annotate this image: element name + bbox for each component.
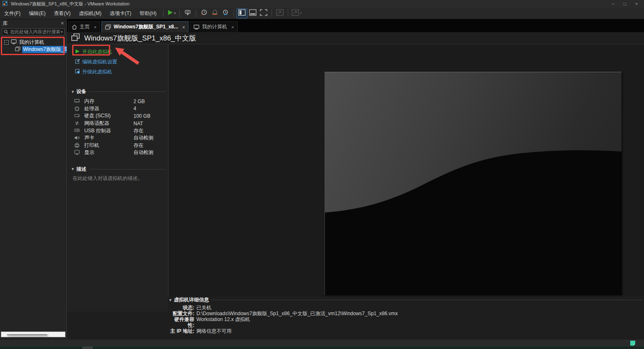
tab-close-icon[interactable]: × [94, 25, 96, 30]
device-row-usb-controller[interactable]: USB 控制器 存在 [74, 127, 168, 134]
close-button[interactable]: × [631, 0, 642, 8]
tab-vm-active[interactable]: Windows7旗舰版_SP1_x8... × [101, 21, 189, 32]
tab-close-icon[interactable]: × [182, 25, 185, 30]
toolbar-separator [196, 10, 196, 17]
tree-expander-icon[interactable]: − [4, 40, 9, 45]
toolbar-separator [179, 10, 180, 17]
device-row-sound-card[interactable]: 声卡 自动检测 [74, 134, 168, 142]
section-rule [211, 300, 642, 300]
snapshot-manager-icon [222, 9, 229, 18]
device-name: 声卡 [84, 134, 94, 142]
window-title: Windows7旗舰版_SP1_x86_中文版 - VMware Worksta… [11, 1, 130, 7]
show-thumbnail-bar-button[interactable] [247, 8, 258, 18]
tree-item-vm[interactable]: Windows7旗舰版_SP1_ [0, 46, 66, 53]
unity-button[interactable] [274, 8, 285, 18]
menu-edit[interactable]: 编辑(E) [25, 8, 50, 19]
detail-value: Workstation 12.x 虚拟机 [196, 317, 250, 328]
tree-item-my-computer[interactable]: − 我的计算机 [0, 39, 66, 46]
library-sidebar: 库 × 在此处键入内容进行搜索 ▾ − 我的计算机 Windows7旗舰 [0, 19, 67, 339]
home-icon [72, 25, 77, 30]
maximize-button[interactable]: □ [619, 0, 631, 8]
device-value: NAT [133, 121, 143, 126]
hard-disk-icon [74, 113, 80, 119]
chevron-down-icon[interactable]: ▾ [174, 11, 176, 15]
ctrl-alt-del-button[interactable] [182, 8, 193, 18]
upgrade-vm-label: 升级此虚拟机 [82, 68, 112, 76]
detail-row-ip: 主 IP 地址: 网络信息不可用 [169, 329, 642, 334]
device-value: 4 [133, 106, 136, 111]
menu-toolbar: 文件(F) 编辑(E) 查看(V) 虚拟机(M) 选项卡(T) 帮助(H) ▾ [0, 8, 644, 19]
snapshot-revert-icon [211, 9, 218, 18]
device-row-network-adapter[interactable]: 网络适配器 NAT [74, 120, 168, 127]
detail-label: 硬件兼容性: [169, 317, 194, 328]
fit-guest-icon [292, 9, 299, 18]
vmware-logo-icon [3, 0, 8, 8]
take-snapshot-button[interactable] [199, 8, 209, 18]
tab-label: 主页 [80, 23, 90, 30]
collapse-arrow-icon[interactable]: ▼ [71, 167, 75, 171]
vm-header: Windows7旗舰版_SP1_x86_中文版 [67, 32, 644, 44]
tab-label: Windows7旗舰版_SP1_x8... [113, 23, 178, 30]
toolbar-separator [163, 10, 164, 17]
minimize-button[interactable]: − [607, 0, 619, 8]
vm-preview-area [169, 44, 644, 296]
details-section-header[interactable]: ▼ 虚拟机详细信息 [169, 296, 642, 303]
description-section-header[interactable]: ▼ 描述 [71, 166, 166, 173]
edit-settings-label: 编辑虚拟机设置 [82, 58, 117, 66]
edit-settings-command[interactable]: 编辑虚拟机设置 [75, 58, 168, 66]
fit-guest-button[interactable]: ▾ [291, 8, 302, 18]
chevron-down-icon[interactable]: ▾ [300, 11, 302, 15]
detail-row-config-file: 配置文件: D:\Downloads\Windows7旗舰版_Sp1_x86_中… [169, 311, 642, 317]
toolbar-separator [234, 10, 234, 17]
menu-view[interactable]: 查看(V) [50, 8, 75, 19]
description-header-label: 描述 [76, 166, 86, 173]
snapshot-manager-button[interactable] [220, 8, 231, 18]
tab-close-icon[interactable]: × [231, 25, 234, 30]
status-bar [0, 339, 644, 346]
detail-label: 配置文件: [169, 311, 194, 317]
tab-home[interactable]: 主页 × [68, 21, 100, 32]
upgrade-vm-command[interactable]: 升级此虚拟机 [75, 68, 168, 76]
device-row-memory[interactable]: 内存 2 GB [74, 98, 168, 105]
computer-icon [11, 39, 17, 46]
vm-screen-thumbnail[interactable] [325, 72, 621, 295]
tree-item-label: 我的计算机 [19, 39, 44, 46]
scrollbar-thumb[interactable] [7, 334, 47, 335]
detail-value: 已关机 [196, 305, 211, 311]
collapse-arrow-icon[interactable]: ▼ [169, 298, 172, 302]
vm-details-section: ▼ 虚拟机详细信息 状态: 已关机 配置文件: D:\Downloads\Win… [169, 296, 642, 334]
power-on-label: 开启此虚拟机 [82, 48, 112, 56]
device-name: USB 控制器 [84, 127, 111, 134]
search-filter-caret-icon[interactable]: ▾ [61, 30, 63, 34]
devices-header-label: 设备 [76, 88, 86, 95]
library-search-input[interactable]: 在此处键入内容进行搜索 ▾ [2, 28, 65, 35]
device-row-hard-disk[interactable]: 硬盘 (SCSI) 100 GB [74, 112, 168, 120]
device-row-printer[interactable]: 打印机 存在 [74, 142, 168, 149]
menu-help[interactable]: 帮助(H) [136, 8, 161, 19]
detail-value: 网络信息不可用 [196, 329, 231, 334]
library-close-icon[interactable]: × [61, 20, 64, 26]
library-horizontal-scrollbar[interactable] [1, 331, 65, 337]
tab-my-computer[interactable]: 我的计算机 × [190, 21, 237, 32]
taskbar-peek-notch [82, 346, 93, 349]
device-value: 存在 [133, 142, 143, 149]
menu-tabs[interactable]: 选项卡(T) [106, 8, 135, 19]
power-on-toolbar-button[interactable]: ▾ [166, 8, 177, 18]
devices-section-header[interactable]: ▼ 设备 [71, 88, 166, 95]
collapse-arrow-icon[interactable]: ▼ [71, 90, 75, 94]
power-on-command[interactable]: 开启此虚拟机 [75, 48, 168, 56]
device-row-display[interactable]: 显示 自动检测 [74, 149, 168, 157]
title-bar: Windows7旗舰版_SP1_x86_中文版 - VMware Worksta… [0, 0, 644, 8]
show-library-button[interactable] [236, 8, 247, 18]
menu-vm[interactable]: 虚拟机(M) [75, 8, 106, 19]
description-placeholder[interactable]: 在此处键入对该虚拟机的描述。 [73, 175, 168, 182]
device-row-processor[interactable]: 处理器 4 [74, 105, 168, 113]
play-icon [167, 10, 173, 17]
library-panel-icon [238, 9, 246, 18]
menu-file[interactable]: 文件(F) [0, 8, 25, 19]
toolbar-separator [272, 10, 272, 17]
fullscreen-button[interactable] [258, 8, 269, 18]
revert-snapshot-button[interactable] [209, 8, 220, 18]
library-tree: − 我的计算机 Windows7旗舰版_SP1_ [0, 39, 66, 53]
vmware-workstation-window: Windows7旗舰版_SP1_x86_中文版 - VMware Worksta… [0, 0, 644, 349]
